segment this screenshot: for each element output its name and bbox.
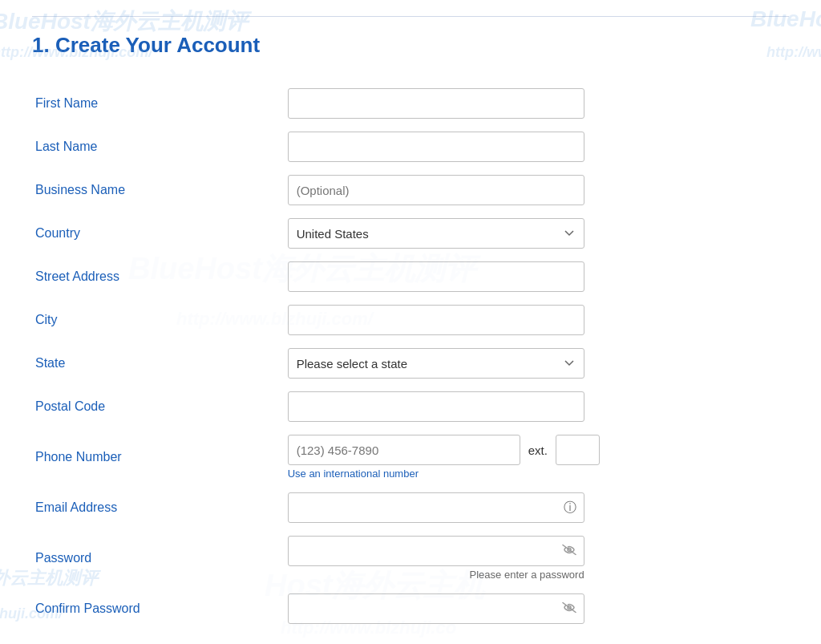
- state-label: State: [32, 342, 285, 385]
- city-label: City: [32, 298, 285, 342]
- postal-code-row: Postal Code: [32, 385, 789, 428]
- first-name-label: First Name: [32, 82, 285, 125]
- page-container: 1. Create Your Account First Name Last N…: [0, 0, 821, 644]
- top-divider: [32, 16, 789, 17]
- email-address-input[interactable]: [288, 492, 584, 523]
- city-input[interactable]: [288, 305, 584, 335]
- phone-number-label: Phone Number: [32, 428, 285, 486]
- email-input-wrapper: ⓘ: [288, 492, 584, 523]
- confirm-password-cell: [285, 587, 789, 630]
- password-hint: Please enter a password: [288, 569, 584, 581]
- ext-input[interactable]: [556, 435, 600, 465]
- password-toggle-icon[interactable]: [562, 543, 576, 560]
- first-name-cell: [285, 82, 789, 125]
- confirm-password-label: Confirm Password: [32, 587, 285, 630]
- email-address-cell: ⓘ: [285, 486, 789, 529]
- confirm-password-row: Confirm Password: [32, 587, 789, 630]
- email-address-row: Email Address ⓘ: [32, 486, 789, 529]
- business-name-cell: [285, 168, 789, 212]
- street-address-cell: [285, 255, 789, 298]
- email-address-label: Email Address: [32, 486, 285, 529]
- country-row: Country United States Canada United King…: [32, 212, 789, 255]
- business-name-row: Business Name: [32, 168, 789, 212]
- section-title: 1. Create Your Account: [32, 33, 789, 58]
- state-cell: Please select a state Alabama Alaska Ari…: [285, 342, 789, 385]
- phone-number-cell: ext. Use an international number: [285, 428, 789, 486]
- street-address-label: Street Address: [32, 255, 285, 298]
- last-name-input[interactable]: [288, 132, 584, 162]
- account-form: First Name Last Name Business Name: [32, 82, 789, 630]
- state-row: State Please select a state Alabama Alas…: [32, 342, 789, 385]
- postal-code-input[interactable]: [288, 391, 584, 422]
- last-name-label: Last Name: [32, 125, 285, 168]
- phone-number-input[interactable]: [288, 435, 520, 465]
- confirm-password-input-wrapper: [288, 593, 584, 624]
- phone-number-row: Phone Number ext. Use an international n…: [32, 428, 789, 486]
- last-name-cell: [285, 125, 789, 168]
- first-name-row: First Name: [32, 82, 789, 125]
- confirm-password-toggle-icon[interactable]: [562, 601, 576, 618]
- password-row: Password Please enter a password: [32, 529, 789, 587]
- country-cell: United States Canada United Kingdom Aust…: [285, 212, 789, 255]
- business-name-input[interactable]: [288, 175, 584, 205]
- ext-label: ext.: [528, 444, 548, 457]
- postal-code-label: Postal Code: [32, 385, 285, 428]
- business-name-label: Business Name: [32, 168, 285, 212]
- confirm-password-input[interactable]: [288, 593, 584, 624]
- password-input-wrapper: [288, 536, 584, 566]
- password-input[interactable]: [288, 536, 584, 566]
- password-cell: Please enter a password: [285, 529, 789, 587]
- last-name-row: Last Name: [32, 125, 789, 168]
- city-cell: [285, 298, 789, 342]
- country-select[interactable]: United States Canada United Kingdom Aust…: [288, 218, 584, 249]
- phone-row: ext.: [288, 435, 786, 465]
- city-row: City: [32, 298, 789, 342]
- street-address-row: Street Address: [32, 255, 789, 298]
- street-address-input[interactable]: [288, 261, 584, 292]
- info-icon[interactable]: ⓘ: [564, 500, 576, 516]
- international-number-link[interactable]: Use an international number: [288, 468, 786, 480]
- postal-code-cell: [285, 385, 789, 428]
- state-select[interactable]: Please select a state Alabama Alaska Ari…: [288, 348, 584, 379]
- first-name-input[interactable]: [288, 88, 584, 119]
- country-label: Country: [32, 212, 285, 255]
- password-label: Password: [32, 529, 285, 587]
